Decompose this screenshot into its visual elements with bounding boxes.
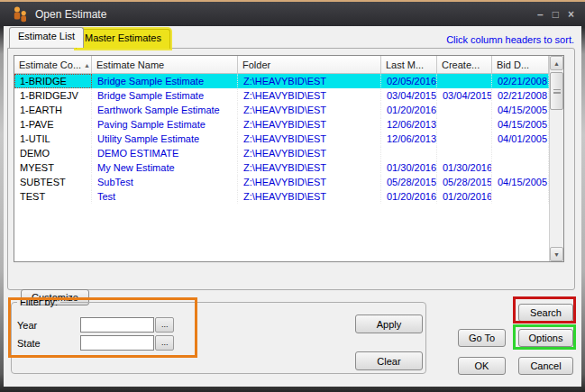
table-cell: MYEST <box>14 160 92 175</box>
column-header[interactable]: Create... <box>437 56 492 73</box>
table-cell: 05/28/2015 <box>381 175 437 189</box>
table-cell: 03/04/2015 <box>381 88 437 103</box>
table-cell: Bridge Sample Estimate <box>92 74 238 88</box>
table-cell: Z:\HEAVYBID\EST <box>238 88 381 103</box>
table-row[interactable]: 1-BRIDGEBridge Sample EstimateZ:\HEAVYBI… <box>14 74 549 88</box>
table-cell: 01/20/2016 <box>381 189 437 204</box>
minimize-button[interactable]: – <box>537 8 544 21</box>
thumb-grip-icon <box>553 89 561 94</box>
app-icon <box>11 5 29 23</box>
options-button[interactable]: Options <box>518 329 573 347</box>
table-row[interactable]: TESTTestZ:\HEAVYBID\EST01/20/201601/20/2… <box>14 189 549 204</box>
table-cell <box>381 146 437 160</box>
dialog-client-area: Master Estimates Estimate List Click col… <box>4 26 581 387</box>
ok-button[interactable]: OK <box>458 357 506 375</box>
table-cell: 1-BRIDGEJV <box>14 88 92 103</box>
arrow-up-icon: ▲ <box>553 60 560 67</box>
state-label: State <box>17 338 41 349</box>
filter-group: Filter by: Year ... State ... Apply Clea… <box>11 296 426 374</box>
column-header-label: Estimate Name <box>96 59 164 70</box>
tab-page-estimate-list: Estimate Co...▲Estimate NameFolderLast M… <box>7 48 575 290</box>
column-header-label: Create... <box>442 59 480 70</box>
table-cell: Z:\HEAVYBID\EST <box>238 146 381 160</box>
estimate-table: Estimate Co...▲Estimate NameFolderLast M… <box>14 56 549 261</box>
table-cell: Z:\HEAVYBID\EST <box>238 175 381 189</box>
column-header-label: Last M... <box>386 59 424 70</box>
table-cell: Z:\HEAVYBID\EST <box>238 189 381 204</box>
year-input[interactable] <box>80 317 154 333</box>
filter-group-legend: Filter by: <box>17 296 60 307</box>
column-header-label: Bid D... <box>497 59 529 70</box>
table-cell: 04/15/2005 <box>492 117 549 132</box>
tab-estimate-list[interactable]: Estimate List <box>9 27 84 48</box>
table-cell: 04/01/2005 <box>492 132 549 146</box>
clear-button[interactable]: Clear <box>355 351 423 370</box>
column-header[interactable]: Last M... <box>381 56 437 73</box>
search-button[interactable]: Search <box>518 304 573 322</box>
table-cell: 12/06/2013 <box>381 117 437 132</box>
estimate-list: Estimate Co...▲Estimate NameFolderLast M… <box>14 55 564 262</box>
table-cell: 02/21/2008 <box>492 88 549 103</box>
table-cell <box>492 189 549 204</box>
state-input[interactable] <box>80 335 154 351</box>
table-cell: Z:\HEAVYBID\EST <box>238 117 381 132</box>
table-cell: My New Estimate <box>92 160 238 175</box>
maximize-button[interactable]: □ <box>553 8 559 21</box>
year-browse-button[interactable]: ... <box>155 317 174 333</box>
table-cell <box>492 160 549 175</box>
table-cell <box>437 117 492 132</box>
table-cell: DEMO <box>14 146 92 160</box>
scrollbar-thumb[interactable] <box>550 72 563 110</box>
column-header-label: Estimate Co... <box>19 59 81 70</box>
table-cell: 01/20/2016 <box>381 103 437 117</box>
table-row[interactable]: MYESTMy New EstimateZ:\HEAVYBID\EST01/30… <box>14 160 549 175</box>
close-button[interactable]: × <box>568 8 574 21</box>
table-cell: SubTest <box>92 175 238 189</box>
year-label: Year <box>17 320 37 331</box>
table-row[interactable]: DEMODEMO ESTIMATEZ:\HEAVYBID\EST <box>14 146 549 160</box>
go-to-button[interactable]: Go To <box>458 329 506 347</box>
table-cell: SUBTEST <box>14 175 92 189</box>
scroll-up-button[interactable]: ▲ <box>550 56 563 70</box>
table-cell: 1-UTIL <box>14 132 92 146</box>
table-cell: 04/15/2005 <box>492 175 549 189</box>
sort-hint-text: Click column headers to sort. <box>446 34 574 45</box>
table-row[interactable]: 1-BRIDGEJVBridge Sample EstimateZ:\HEAVY… <box>14 88 549 103</box>
table-cell <box>492 146 549 160</box>
scroll-down-button[interactable]: ▼ <box>550 247 563 261</box>
title-bar[interactable]: Open Estimate – □ × <box>0 2 585 26</box>
table-cell: Z:\HEAVYBID\EST <box>238 132 381 146</box>
table-cell: 1-EARTH <box>14 103 92 117</box>
table-cell: 12/06/2013 <box>381 132 437 146</box>
open-estimate-window: Open Estimate – □ × Master Estimates Est… <box>0 0 585 392</box>
table-row[interactable]: SUBTESTSubTestZ:\HEAVYBID\EST05/28/20150… <box>14 175 549 189</box>
table-cell: 04/15/2005 <box>492 103 549 117</box>
table-row[interactable]: 1-PAVEPaving Sample EstimateZ:\HEAVYBID\… <box>14 117 549 132</box>
table-cell: Z:\HEAVYBID\EST <box>238 74 381 88</box>
table-row[interactable]: 1-EARTHEarthwork Sample EstimateZ:\HEAVY… <box>14 103 549 117</box>
vertical-scrollbar[interactable]: ▲ ▼ <box>549 56 563 261</box>
table-cell: 01/30/2016 <box>381 160 437 175</box>
column-header[interactable]: Bid D... <box>492 56 549 73</box>
table-cell <box>437 146 492 160</box>
state-browse-button[interactable]: ... <box>155 335 174 351</box>
table-cell: Z:\HEAVYBID\EST <box>238 160 381 175</box>
column-header[interactable]: Estimate Co...▲ <box>14 56 92 73</box>
table-cell: Test <box>92 189 238 204</box>
table-cell: 01/30/2016 <box>437 160 492 175</box>
column-header[interactable]: Folder <box>238 56 381 73</box>
table-cell <box>437 74 492 88</box>
table-cell: 01/20/2016 <box>437 189 492 204</box>
table-cell: 1-BRIDGE <box>14 74 92 88</box>
scrollbar-track[interactable] <box>550 70 563 247</box>
table-cell: TEST <box>14 189 92 204</box>
table-row[interactable]: 1-UTILUtility Sample EstimateZ:\HEAVYBID… <box>14 132 549 146</box>
column-header[interactable]: Estimate Name <box>92 56 238 73</box>
table-cell: Bridge Sample Estimate <box>92 88 238 103</box>
tab-master-estimates[interactable]: Master Estimates <box>76 29 170 49</box>
estimate-table-body: 1-BRIDGEBridge Sample EstimateZ:\HEAVYBI… <box>14 74 549 261</box>
column-header-label: Folder <box>242 59 270 70</box>
apply-button[interactable]: Apply <box>355 315 423 333</box>
cancel-button[interactable]: Cancel <box>518 357 573 375</box>
table-cell: Z:\HEAVYBID\EST <box>238 103 381 117</box>
